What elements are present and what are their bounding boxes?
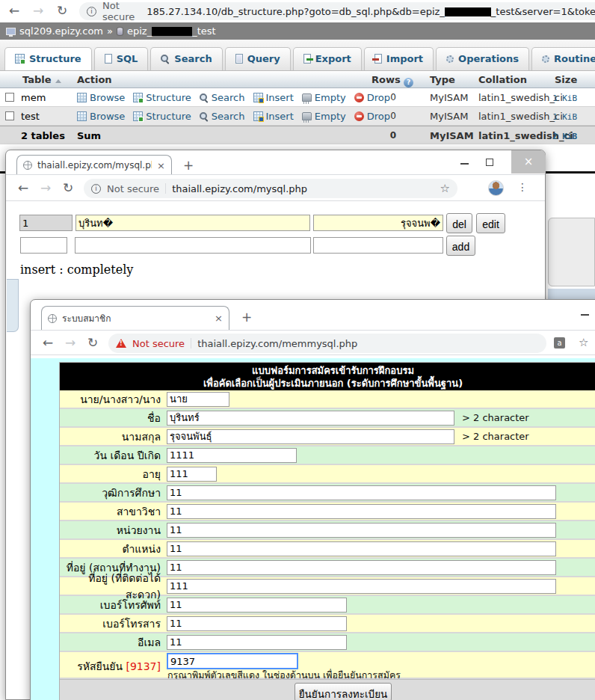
info-icon[interactable]: i [91,184,101,194]
screen: ← → ↻ i Not secure 185.27.134.10/db_stru… [0,0,595,700]
not-secure-label: Not secure [132,338,185,349]
action-browse-test[interactable]: Browse [77,111,125,122]
header-collation[interactable]: Collation [478,74,527,85]
new-surname-field[interactable] [313,237,443,254]
minimize-button[interactable] [460,163,469,165]
mysql-tab-title: thaiall.epizy.com/mysql.php [37,160,152,171]
header-type[interactable]: Type [430,74,455,85]
tab-close-icon[interactable]: × [157,160,165,171]
pma-tab-query[interactable]: Query [225,47,291,70]
header-action: Action [77,74,112,85]
field-input[interactable] [167,635,347,650]
field-input[interactable] [167,504,556,519]
pma-tab-structure[interactable]: Structure [4,47,92,70]
back-icon[interactable]: ← [18,182,28,194]
translate-icon[interactable]: a [554,337,565,349]
address-bar[interactable]: i Not secure thaiall.epizy.com/mysql.php… [84,179,457,198]
field-input[interactable] [167,429,454,444]
address-bar[interactable]: Not secure thaiall.epizy.com/memmysql.ph… [108,334,546,353]
field-input[interactable] [167,523,556,538]
reload-icon[interactable]: ↻ [57,4,67,17]
field-input[interactable] [167,579,556,594]
new-id-field[interactable] [20,237,67,254]
pma-tab-export[interactable]: Export [293,47,362,70]
bookmark-star-icon[interactable]: ☆ [440,182,450,195]
warning-icon[interactable] [116,339,126,348]
forward-icon[interactable]: → [33,4,43,17]
action-structure-mem[interactable]: Structure [133,92,191,103]
field-input[interactable] [167,598,347,612]
profile-avatar[interactable] [488,180,504,196]
pma-tab-import[interactable]: Import [364,47,434,70]
form-row: เบอร์โทรสาร [60,615,595,633]
back-icon[interactable]: ← [43,337,53,349]
submit-button[interactable]: ยืนยันการลงทะเบียน [295,683,392,700]
pma-tab-operations[interactable]: Operations [436,47,529,70]
action-browse-mem[interactable]: Browse [77,92,125,103]
form-footer: ยืนยันการลงทะเบียน [60,679,595,700]
record-surname-field[interactable] [313,215,443,231]
forward-icon[interactable]: → [40,182,51,194]
field-label: นาย/นางสาว/นาง [60,391,164,408]
pma-tab-search[interactable]: Search [150,47,222,70]
routines-icon [542,55,549,63]
verify-input[interactable] [167,653,298,669]
bookmark-star-icon[interactable]: ☆ [579,336,588,349]
del-button[interactable]: del [446,213,472,233]
field-label: วุฒิการศึกษา [60,485,164,501]
field-input[interactable] [167,448,297,463]
forward-icon[interactable]: → [65,337,75,349]
action-search-test[interactable]: Search [200,111,245,122]
form-row: นาย/นางสาว/นาง [60,390,595,409]
field-input[interactable] [167,616,347,631]
verify-code: [9137] [126,660,161,672]
action-empty-mem[interactable]: Empty [302,92,346,103]
new-tab-button[interactable]: + [241,310,252,325]
record-name-field[interactable] [75,215,310,231]
pma-tab-sql[interactable]: SQL [94,47,149,70]
field-input[interactable] [167,541,556,556]
row-checkbox[interactable] [5,111,14,120]
breadcrumb-server[interactable]: sql209.epizy.com [19,25,103,37]
field-input[interactable] [167,392,229,407]
close-button[interactable]: × [511,150,546,174]
row-checkbox[interactable] [5,93,14,102]
insert-icon [253,93,263,102]
add-button[interactable]: add [446,236,475,256]
field-input[interactable] [167,467,217,482]
tab-close-icon[interactable]: × [215,313,223,324]
action-label: Insert [266,111,294,122]
reload-icon[interactable]: ↻ [63,182,73,194]
new-name-field[interactable] [75,237,311,254]
menu-dots-icon[interactable]: ⋮ [517,181,528,193]
edit-button[interactable]: edit [476,213,505,233]
field-input[interactable] [167,485,556,500]
field-label: สาขาวิชา [60,503,164,520]
action-structure-test[interactable]: Structure [133,111,191,122]
record-id-field[interactable] [19,215,73,231]
action-insert-mem[interactable]: Insert [253,92,294,103]
back-icon[interactable]: ← [9,4,19,17]
action-label: Empty [315,92,346,103]
help-icon[interactable]: ? [404,78,413,88]
pma-sum-row: 2 tables Sum 0 MyISAM latin1_swedish_ci … [0,126,595,144]
sum-type: MyISAM [430,130,474,141]
mysql-tab[interactable]: thaiall.epizy.com/mysql.php × [16,155,172,175]
info-icon[interactable]: i [87,7,96,16]
field-input[interactable] [167,411,454,426]
action-empty-test[interactable]: Empty [302,111,346,122]
field-input[interactable] [167,560,556,575]
header-table[interactable]: Table [22,74,61,85]
address-bar[interactable]: i Not secure 185.27.134.10/db_structure.… [79,2,595,20]
action-insert-test[interactable]: Insert [253,111,294,122]
minimize-button[interactable] [581,314,589,316]
new-tab-button[interactable]: + [183,158,194,173]
reload-icon[interactable]: ↻ [87,337,98,349]
maximize-button[interactable] [486,159,493,166]
header-size[interactable]: Size [555,74,577,85]
mem-tab[interactable]: ระบบสมาชิก × [41,306,229,330]
url-redaction [445,7,491,16]
breadcrumb-database[interactable]: epiz__test [127,25,216,37]
action-search-mem[interactable]: Search [200,92,245,103]
pma-tab-routines[interactable]: Routines [531,47,595,70]
